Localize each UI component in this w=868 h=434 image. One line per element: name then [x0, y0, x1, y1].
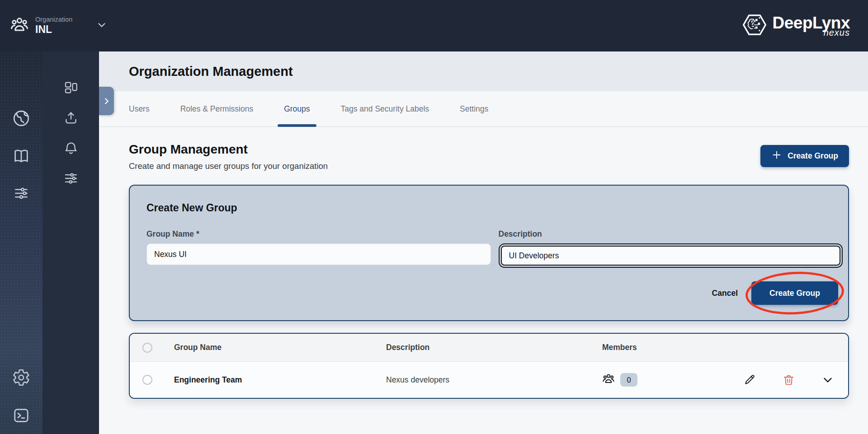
outer-sidebar	[0, 51, 42, 434]
globe-icon[interactable]	[12, 109, 31, 130]
form-title: Create New Group	[146, 202, 843, 214]
deeplynx-hexagon-brain-icon	[741, 11, 768, 40]
delete-group-button[interactable]	[783, 374, 795, 386]
organization-name: INL	[35, 23, 72, 35]
edit-group-button[interactable]	[743, 373, 756, 386]
tab-tags-security-labels[interactable]: Tags and Security Labels	[341, 91, 429, 126]
tab-users[interactable]: Users	[129, 91, 150, 126]
members-count-badge: 0	[620, 373, 637, 387]
section-subtitle: Create and manage user groups for your o…	[129, 161, 328, 171]
sidebar-expander[interactable]	[99, 87, 114, 115]
app-window: Organization INL	[0, 0, 868, 434]
cancel-button[interactable]: Cancel	[712, 289, 738, 298]
column-header-group-name: Group Name	[174, 343, 386, 352]
dashboard-icon[interactable]	[63, 80, 79, 97]
description-label: Description	[499, 229, 843, 239]
expand-row-chevron[interactable]	[821, 373, 835, 387]
terminal-icon[interactable]	[13, 407, 30, 426]
groups-table: Group Name Description Members Engineeri…	[129, 333, 849, 399]
page-title: Organization Management	[129, 64, 293, 79]
groups-table-header: Group Name Description Members	[130, 334, 848, 362]
create-group-submit-button[interactable]: Create Group	[751, 281, 838, 305]
tab-roles-permissions[interactable]: Roles & Permissions	[180, 91, 253, 126]
table-row: Engineering Team Nexus developers 0	[130, 362, 848, 398]
group-people-icon	[10, 15, 29, 36]
bell-icon[interactable]	[63, 140, 79, 158]
tab-bar: Users Roles & Permissions Groups Tags an…	[99, 91, 868, 127]
organization-label: Organization	[35, 16, 72, 23]
select-all-checkbox[interactable]	[142, 343, 152, 353]
top-bar: Organization INL	[0, 0, 868, 51]
tab-groups[interactable]: Groups	[284, 91, 310, 126]
group-name-cell: Engineering Team	[174, 375, 386, 385]
upload-icon[interactable]	[63, 110, 79, 127]
create-group-button-label: Create Group	[788, 151, 838, 161]
brand-logo: DeepLynx nexus	[741, 11, 850, 40]
section-heading: Group Management Create and manage user …	[129, 142, 328, 171]
group-name-input[interactable]	[146, 243, 491, 265]
group-description-cell: Nexus developers	[386, 375, 602, 385]
sliders-icon[interactable]	[63, 171, 79, 188]
plus-icon	[771, 149, 782, 163]
chevron-down-icon[interactable]	[96, 19, 108, 33]
section-title: Group Management	[129, 142, 328, 157]
brand-subname: nexus	[824, 28, 850, 37]
column-header-members: Members	[602, 343, 743, 352]
sliders-icon[interactable]	[13, 185, 29, 203]
page-title-band: Organization Management	[99, 51, 868, 91]
members-people-icon	[602, 373, 615, 387]
book-icon[interactable]	[12, 147, 30, 167]
tab-settings[interactable]: Settings	[460, 91, 488, 126]
create-group-button-top[interactable]: Create Group	[760, 145, 849, 167]
group-name-label: Group Name *	[146, 229, 491, 239]
main-content: Organization Management Users Roles & Pe…	[99, 51, 868, 434]
inner-sidebar	[42, 51, 99, 434]
row-checkbox[interactable]	[142, 375, 152, 385]
description-input[interactable]	[501, 246, 841, 266]
organization-switcher[interactable]: Organization INL	[10, 15, 108, 36]
description-focus-ring	[499, 243, 843, 268]
column-header-description: Description	[386, 343, 602, 352]
create-group-form-card: Create New Group Group Name * Descriptio…	[129, 185, 849, 321]
gear-icon[interactable]	[12, 369, 30, 388]
